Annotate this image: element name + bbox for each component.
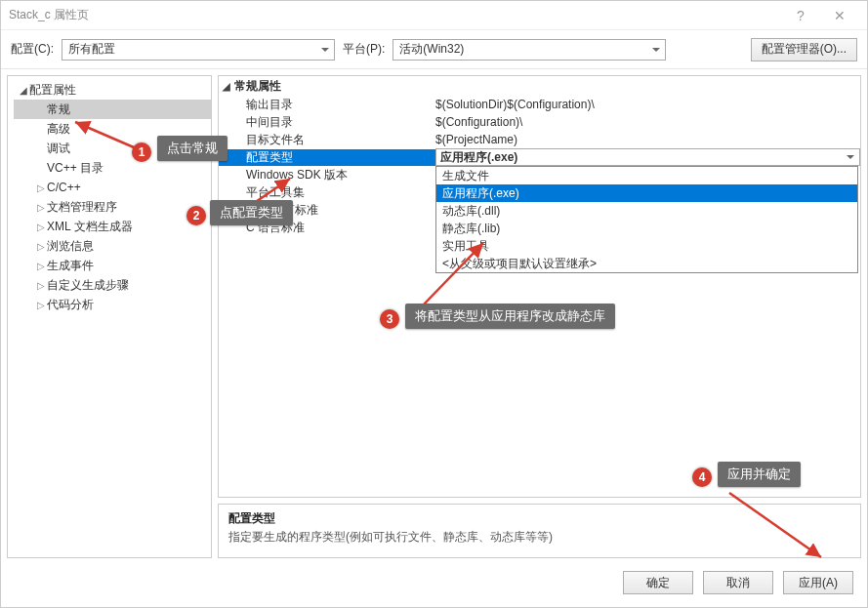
disclosure-triangle-icon: ▷	[35, 241, 47, 252]
disclosure-triangle-icon: ▷	[35, 300, 47, 310]
titlebar: Stack_c 属性页 ? ✕	[1, 1, 867, 30]
grid-row-value: $(ProjectName)	[435, 133, 860, 146]
config-type-dropdown: 生成文件应用程序(.exe)动态库(.dll)静态库(.lib)实用工具<从父级…	[435, 166, 858, 273]
grid-group-label: 常规属性	[234, 78, 281, 95]
property-grid: ◢ 常规属性 输出目录$(SolutionDir)$(Configuration…	[218, 75, 861, 498]
annotation-label-3: 将配置类型从应用程序改成静态库	[405, 304, 615, 329]
disclosure-triangle-icon: ◢	[223, 81, 234, 92]
close-icon[interactable]: ✕	[820, 2, 859, 29]
grid-row[interactable]: 配置类型应用程序(.exe)	[219, 148, 860, 166]
tree-item-label: 高级	[47, 121, 70, 138]
dropdown-item[interactable]: <从父级或项目默认设置继承>	[436, 255, 857, 272]
config-combo-value: 所有配置	[68, 41, 115, 58]
grid-row-name: 中间目录	[219, 114, 435, 131]
disclosure-triangle-icon: ◢	[18, 85, 29, 96]
tree-item[interactable]: ▷生成事件	[14, 256, 211, 275]
disclosure-triangle-icon: ▷	[35, 280, 47, 291]
tree-item[interactable]: ▷XML 文档生成器	[14, 217, 211, 236]
annotation-label-1: 点击常规	[157, 136, 227, 161]
tree-item-label: 调试	[47, 141, 70, 157]
grid-row-name: 输出目录	[219, 97, 435, 113]
annotation-badge-2: 2	[186, 206, 206, 225]
grid-group-header[interactable]: ◢ 常规属性	[219, 76, 860, 96]
tree-item[interactable]: ▷浏览信息	[14, 236, 211, 256]
property-page-window: Stack_c 属性页 ? ✕ 配置(C): 所有配置 平台(P): 活动(Wi…	[0, 0, 868, 608]
tree-item-label: C/C++	[47, 181, 81, 194]
tree-item-label: 常规	[47, 101, 70, 118]
dropdown-item[interactable]: 实用工具	[436, 237, 857, 255]
window-title: Stack_c 属性页	[9, 7, 781, 23]
platform-label: 平台(P):	[343, 41, 385, 58]
tree-item-label: VC++ 目录	[47, 160, 103, 177]
tree-root-item[interactable]: ◢ 配置属性	[14, 80, 211, 100]
grid-row-value: $(SolutionDir)$(Configuration)\	[435, 98, 860, 111]
grid-row-name: 目标文件名	[219, 132, 435, 148]
annotation-label-4: 应用并确定	[718, 462, 801, 487]
tree-item[interactable]: ▷文档管理程序	[14, 197, 211, 217]
disclosure-triangle-icon: ▷	[35, 202, 47, 213]
ok-button[interactable]: 确定	[623, 571, 693, 594]
description-text: 指定要生成的程序类型(例如可执行文件、静态库、动态库等等)	[228, 529, 850, 546]
config-manager-button[interactable]: 配置管理器(O)...	[751, 38, 857, 61]
toolbar: 配置(C): 所有配置 平台(P): 活动(Win32) 配置管理器(O)...	[1, 30, 867, 69]
tree-item[interactable]: VC++ 目录	[14, 158, 211, 178]
grid-row-value: $(Configuration)\	[435, 115, 860, 129]
annotation-badge-4: 4	[692, 467, 712, 487]
grid-row[interactable]: 中间目录$(Configuration)\	[219, 113, 860, 131]
disclosure-triangle-icon: ▷	[35, 222, 47, 232]
tree-item-label: 文档管理程序	[47, 199, 117, 216]
annotation-badge-3: 3	[380, 309, 399, 329]
grid-row[interactable]: 目标文件名$(ProjectName)	[219, 131, 860, 148]
tree-item[interactable]: ▷代码分析	[14, 295, 211, 314]
disclosure-triangle-icon: ▷	[35, 182, 47, 193]
platform-combo-value: 活动(Win32)	[399, 41, 464, 58]
config-type-value-combo[interactable]: 应用程序(.exe)	[435, 148, 860, 166]
apply-button[interactable]: 应用(A)	[783, 571, 853, 594]
tree-item[interactable]: ▷C/C++	[14, 178, 211, 197]
dropdown-item[interactable]: 静态库(.lib)	[436, 220, 857, 237]
tree-item-label: 代码分析	[47, 297, 94, 313]
dialog-footer: 确定 取消 应用(A)	[1, 558, 867, 607]
tree-item[interactable]: ▷自定义生成步骤	[14, 275, 211, 295]
platform-combo[interactable]: 活动(Win32)	[393, 39, 666, 61]
annotation-label-2: 点配置类型	[210, 200, 293, 225]
config-combo[interactable]: 所有配置	[62, 39, 335, 61]
description-title: 配置类型	[228, 510, 850, 527]
dropdown-item[interactable]: 应用程序(.exe)	[436, 184, 857, 202]
grid-row-name: Windows SDK 版本	[219, 167, 435, 183]
disclosure-triangle-icon: ▷	[35, 261, 47, 271]
tree-item-label: 生成事件	[47, 258, 94, 274]
tree-item-label: XML 文档生成器	[47, 219, 133, 235]
grid-row[interactable]: 输出目录$(SolutionDir)$(Configuration)\	[219, 96, 860, 113]
config-label: 配置(C):	[11, 41, 54, 58]
description-box: 配置类型 指定要生成的程序类型(例如可执行文件、静态库、动态库等等)	[218, 504, 861, 558]
tree-item[interactable]: 常规	[14, 100, 211, 119]
dropdown-item[interactable]: 动态库(.dll)	[436, 202, 857, 220]
tree-item-label: 自定义生成步骤	[47, 277, 129, 294]
grid-row-name: 平台工具集	[219, 184, 435, 201]
grid-row-name: 配置类型	[219, 149, 435, 166]
tree-root-label: 配置属性	[29, 82, 76, 99]
dropdown-item[interactable]: 生成文件	[436, 167, 857, 184]
help-icon[interactable]: ?	[781, 2, 820, 29]
cancel-button[interactable]: 取消	[703, 571, 773, 594]
tree-item-label: 浏览信息	[47, 238, 94, 255]
annotation-badge-1: 1	[132, 142, 151, 162]
